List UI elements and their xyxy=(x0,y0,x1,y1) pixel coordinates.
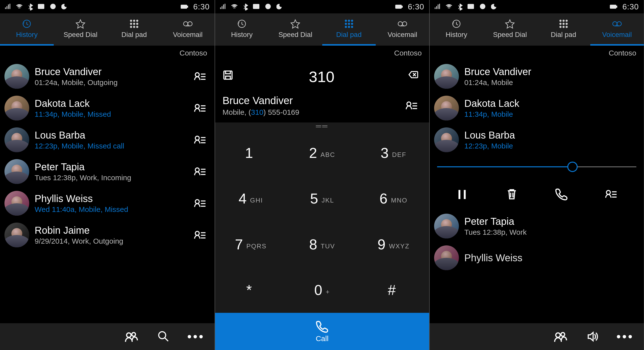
tab-speed-dial[interactable]: Speed Dial xyxy=(268,13,322,46)
more-button[interactable]: ••• xyxy=(616,335,634,338)
avatar[interactable] xyxy=(4,191,29,216)
avatar[interactable] xyxy=(434,64,459,89)
quiet-hours-icon xyxy=(491,3,498,10)
people-button[interactable] xyxy=(123,328,140,345)
avatar[interactable] xyxy=(4,223,29,247)
tab-label: Voicemail xyxy=(388,31,417,39)
pause-icon xyxy=(456,188,468,200)
tab-speed-dial[interactable]: Speed Dial xyxy=(483,13,536,46)
status-bar: 6:30 xyxy=(215,0,429,13)
history-row[interactable]: Peter Tapia Tues 12:38p, Work, Incoming xyxy=(0,156,214,188)
pause-button[interactable] xyxy=(454,186,471,203)
avatar[interactable] xyxy=(434,96,459,120)
avatar[interactable] xyxy=(4,127,29,152)
app-bar: ••• xyxy=(430,323,644,350)
voicemail-row[interactable]: Bruce Vandiver 01:24a, Mobile xyxy=(430,61,644,92)
backspace-button[interactable] xyxy=(407,70,422,84)
history-row[interactable]: Dakota Lack 11:34p, Mobile, Missed xyxy=(0,92,214,124)
tab-dial-pad[interactable]: Dial pad xyxy=(537,13,590,46)
call-details: 9/29/2014, Work, Outgoing xyxy=(35,237,185,245)
search-button[interactable] xyxy=(155,328,172,345)
keypad-grip[interactable]: ══ xyxy=(215,122,429,130)
details-button[interactable] xyxy=(190,162,210,182)
call-details: Wed 11:40a, Mobile, Missed xyxy=(35,205,185,214)
voicemail-row[interactable]: Dakota Lack 11:34p, Mobile xyxy=(430,92,644,124)
vm-details: 11:34p, Mobile xyxy=(464,110,639,118)
tab-label: Voicemail xyxy=(173,31,203,39)
details-button[interactable] xyxy=(190,225,210,245)
tab-history[interactable]: History xyxy=(215,13,268,46)
people-button[interactable] xyxy=(552,328,569,345)
more-button[interactable]: ••• xyxy=(187,335,205,338)
key-6[interactable]: 6MNO xyxy=(358,176,429,222)
key-0[interactable]: 0+ xyxy=(286,267,358,313)
battery-icon xyxy=(395,4,404,10)
history-row[interactable]: Robin Jaime 9/29/2014, Work, Outgoing xyxy=(0,219,214,251)
battery-icon xyxy=(610,4,618,10)
avatar[interactable] xyxy=(4,159,29,184)
voicemail-icon xyxy=(612,19,622,29)
tab-speed-dial[interactable]: Speed Dial xyxy=(54,13,108,46)
avatar[interactable] xyxy=(4,96,29,120)
voicemail-seek-bar[interactable] xyxy=(430,156,644,178)
key-hash[interactable]: # xyxy=(358,267,429,313)
star-icon xyxy=(76,19,86,29)
signal-icon xyxy=(220,4,226,10)
voicemail-row[interactable]: Lous Barba 12:23p, Mobile xyxy=(430,124,644,156)
details-button[interactable] xyxy=(190,193,210,213)
tab-history[interactable]: History xyxy=(0,13,54,46)
voicemail-row[interactable]: Phyllis Weiss xyxy=(430,242,644,274)
bluetooth-icon xyxy=(28,3,33,11)
history-row[interactable]: Bruce Vandiver 01:24a, Mobile, Outgoing xyxy=(0,61,214,92)
contact-name: Robin Jaime xyxy=(35,225,185,236)
key-8[interactable]: 8TUV xyxy=(286,221,358,267)
key-4[interactable]: 4GHI xyxy=(215,176,286,222)
people-icon xyxy=(554,331,568,342)
speaker-button[interactable] xyxy=(584,328,602,345)
details-button[interactable] xyxy=(190,98,210,118)
details-button[interactable] xyxy=(603,186,620,203)
save-number-button[interactable] xyxy=(222,70,236,84)
key-3[interactable]: 3DEF xyxy=(358,130,429,176)
details-button[interactable] xyxy=(190,130,210,150)
avatar[interactable] xyxy=(434,214,459,238)
tab-dial-pad[interactable]: Dial pad xyxy=(108,13,161,46)
delete-button[interactable] xyxy=(503,186,520,203)
person-list-icon xyxy=(194,103,207,113)
key-9[interactable]: 9WXYZ xyxy=(358,221,429,267)
tab-history[interactable]: History xyxy=(430,13,483,46)
key-star[interactable]: * xyxy=(215,267,286,313)
bluetooth-icon xyxy=(458,3,463,11)
history-row[interactable]: Phyllis Weiss Wed 11:40a, Mobile, Missed xyxy=(0,188,214,219)
details-button[interactable] xyxy=(402,96,422,115)
contact-name: Bruce Vandiver xyxy=(35,66,185,77)
tab-voicemail[interactable]: Voicemail xyxy=(161,13,214,46)
tab-dial-pad[interactable]: Dial pad xyxy=(322,13,376,46)
voicemail-list[interactable]: Bruce Vandiver 01:24a, Mobile Dakota Lac… xyxy=(430,61,644,156)
dialpad-icon xyxy=(129,19,139,29)
screen-dialpad: 6:30 History Speed Dial Dial pad Voicema… xyxy=(214,0,429,350)
key-2[interactable]: 2ABC xyxy=(286,130,358,176)
history-list[interactable]: Bruce Vandiver 01:24a, Mobile, Outgoing … xyxy=(0,61,214,323)
star-icon xyxy=(505,19,515,29)
tab-voicemail[interactable]: Voicemail xyxy=(376,13,429,46)
voicemail-row[interactable]: Peter Tapia Tues 12:38p, Work xyxy=(430,210,644,242)
avatar[interactable] xyxy=(434,127,459,152)
contact-name: Phyllis Weiss xyxy=(35,193,185,204)
avatar[interactable] xyxy=(4,64,29,89)
key-7[interactable]: 7PQRS xyxy=(215,221,286,267)
clock-time: 6:30 xyxy=(193,2,210,12)
history-row[interactable]: Lous Barba 12:23p, Mobile, Missed call xyxy=(0,124,214,156)
call-button[interactable]: Call xyxy=(215,313,429,350)
wifi-icon xyxy=(16,4,23,10)
callback-button[interactable] xyxy=(553,186,570,203)
details-button[interactable] xyxy=(190,66,210,86)
key-1[interactable]: 1 xyxy=(215,130,286,176)
tab-voicemail[interactable]: Voicemail xyxy=(590,13,644,46)
key-5[interactable]: 5JKL xyxy=(286,176,358,222)
seek-thumb[interactable] xyxy=(567,162,578,172)
avatar[interactable] xyxy=(434,245,459,270)
voicemail-list-rest[interactable]: Peter Tapia Tues 12:38p, Work Phyllis We… xyxy=(430,210,644,323)
call-details: 01:24a, Mobile, Outgoing xyxy=(35,78,185,87)
dial-match-row[interactable]: Bruce Vandiver Mobile, (310) 555-0169 xyxy=(215,93,429,122)
